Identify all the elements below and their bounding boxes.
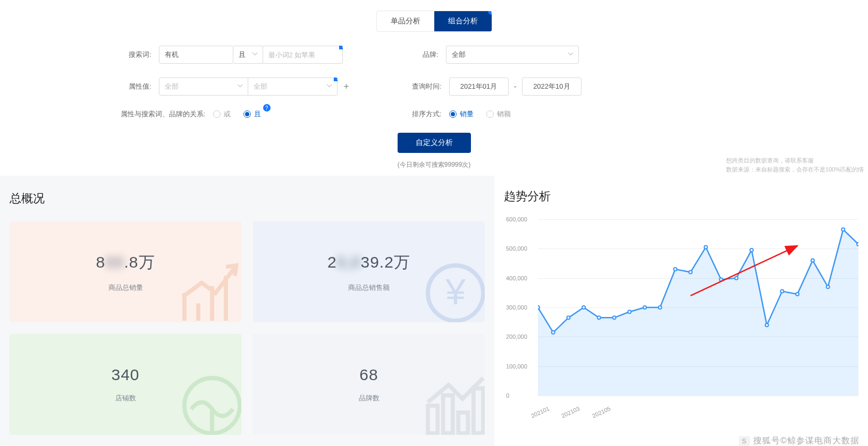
label-query-time: 查询时间:: [408, 82, 442, 91]
label-sort-mode: 排序方式:: [408, 109, 442, 119]
attr-select-b-value: 全部: [254, 82, 267, 91]
card-brand-count: 68 品牌数: [253, 334, 485, 435]
shop-icon: [178, 371, 241, 435]
svg-point-11: [597, 316, 601, 319]
add-attr-button[interactable]: +: [338, 78, 356, 96]
search-logic-value: 且: [239, 50, 246, 59]
card-value-suffix: 39.2万: [361, 253, 410, 271]
card-value-suffix: .8万: [124, 253, 155, 271]
y-axis-label: 600,000: [506, 216, 527, 222]
watermark-badge: S: [739, 436, 751, 446]
sort-volume-label: 销量: [460, 109, 474, 119]
svg-point-26: [827, 285, 830, 288]
card-total-volume: 800.8万 商品总销量: [10, 221, 241, 322]
svg-point-8: [552, 331, 555, 334]
trend-title: 趋势分析: [504, 188, 858, 204]
svg-point-28: [857, 243, 858, 246]
overview-title: 总概况: [10, 191, 485, 207]
search-term-2-input[interactable]: [263, 46, 343, 64]
card-value-hidden: 0,0: [337, 253, 361, 271]
brand-select[interactable]: 全部: [446, 46, 579, 64]
card-label: 店铺数: [115, 393, 136, 403]
help-icon[interactable]: ?: [263, 104, 271, 112]
svg-point-7: [538, 306, 540, 309]
search-term-input[interactable]: [159, 46, 233, 64]
card-label: 商品总销量: [108, 283, 143, 293]
submit-button[interactable]: 自定义分析: [398, 133, 471, 153]
card-value: 68: [359, 366, 378, 384]
card-label: 商品总销售额: [348, 283, 390, 293]
help-icon[interactable]: ?: [334, 78, 338, 81]
label-search-term: 搜索词:: [121, 50, 151, 59]
y-axis-label: 0: [506, 392, 509, 399]
y-axis-label: 200,000: [506, 333, 527, 340]
relation-and-radio[interactable]: 且 ?: [243, 109, 261, 119]
svg-point-18: [704, 246, 707, 249]
svg-rect-4: [443, 396, 453, 434]
svg-point-9: [567, 316, 570, 319]
help-icon[interactable]: ?: [339, 46, 343, 49]
chevron-down-icon: [568, 52, 573, 57]
bar-chart-icon: [421, 371, 485, 435]
svg-point-12: [613, 316, 616, 319]
sort-amount-radio[interactable]: 销额: [486, 109, 511, 119]
svg-point-23: [780, 290, 783, 293]
y-axis-label: 400,000: [506, 275, 527, 281]
attr-select-a-value: 全部: [165, 82, 179, 91]
card-value-hidden: 00: [105, 253, 124, 271]
svg-point-10: [582, 306, 585, 309]
x-axis-label: 202105: [591, 405, 611, 419]
card-total-amount: 20,039.2万 商品总销售额 ¥: [253, 221, 485, 322]
watermark-text: 搜狐号©鲸参谋电商大数据: [753, 435, 859, 446]
x-axis-label: 202103: [561, 405, 581, 419]
svg-point-20: [735, 277, 738, 280]
chevron-down-icon: [252, 52, 257, 57]
attr-select-b[interactable]: 全部: [248, 78, 338, 96]
relation-or-label: 或: [224, 109, 231, 119]
relation-or-radio[interactable]: 或: [213, 109, 231, 119]
overview-panel: 总概况 800.8万 商品总销量 20,039.2万 商品总销售额 ¥: [0, 176, 494, 446]
x-axis-label: 202101: [530, 405, 550, 419]
svg-point-25: [811, 259, 814, 262]
date-to-input[interactable]: [522, 78, 582, 96]
card-value-prefix: 2: [327, 253, 337, 271]
data-source-note: 想跨类目的数据查询，请联系客服 数据来源：来自标题搜索，会存在不是100%匹配的…: [726, 156, 864, 174]
svg-point-21: [750, 248, 753, 252]
sort-volume-radio[interactable]: 销量: [449, 109, 474, 119]
chevron-down-icon: [237, 84, 242, 89]
svg-point-17: [689, 271, 692, 274]
svg-rect-3: [428, 406, 437, 433]
brand-select-value: 全部: [452, 50, 466, 59]
tab-single-analysis[interactable]: 单品分析: [377, 11, 434, 31]
watermark: S 搜狐号©鲸参谋电商大数据: [739, 435, 859, 446]
label-attr-relation: 属性与搜索词、品牌的关系:: [121, 109, 206, 119]
svg-point-15: [659, 306, 662, 309]
attr-select-a[interactable]: 全部: [159, 78, 248, 96]
card-shop-count: 340 店铺数: [10, 334, 241, 435]
svg-point-14: [643, 306, 646, 309]
chevron-down-icon: [326, 84, 332, 89]
date-separator: -: [514, 82, 517, 91]
y-axis-label: 300,000: [506, 304, 527, 311]
date-from-input[interactable]: [449, 78, 509, 96]
svg-point-13: [628, 310, 631, 313]
svg-point-16: [673, 268, 677, 271]
y-axis-label: 500,000: [506, 245, 527, 252]
trend-chart: 0100,000200,000300,000400,000500,000600,…: [504, 219, 858, 410]
label-brand: 品牌:: [408, 50, 439, 59]
card-value: 340: [111, 366, 139, 384]
svg-point-22: [765, 323, 769, 327]
svg-point-27: [841, 228, 845, 231]
label-attr-value: 属性值:: [121, 82, 151, 91]
trend-panel: 趋势分析 0100,000200,000300,000400,000500,00…: [494, 176, 868, 446]
filter-panel: 单品分析 组合分析 ? 搜索词: 且 ?: [0, 0, 868, 176]
y-axis-label: 100,000: [506, 363, 527, 370]
search-logic-select[interactable]: 且: [233, 46, 263, 64]
relation-and-label: 且: [254, 109, 261, 119]
chart-up-icon: [178, 259, 241, 322]
yen-icon: ¥: [421, 259, 485, 322]
svg-rect-6: [474, 389, 483, 434]
tab-combo-analysis[interactable]: 组合分析: [434, 11, 492, 31]
card-label: 品牌数: [359, 393, 380, 403]
analysis-tabs: 单品分析 组合分析 ?: [376, 11, 492, 32]
